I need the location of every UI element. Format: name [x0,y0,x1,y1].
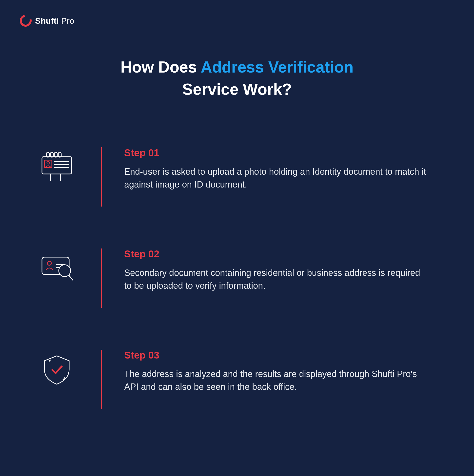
shield-check-icon [35,350,79,387]
steps-list: Step 01 End-user is asked to upload a ph… [20,147,454,409]
step-description: End-user is asked to upload a photo hold… [124,165,430,191]
page-title: How Does Address Verification Service Wo… [20,56,454,100]
step-item: Step 02 Secondary document containing re… [35,248,430,308]
step-divider [101,350,102,409]
svg-point-0 [20,15,32,27]
svg-line-18 [69,275,73,280]
id-held-icon [35,147,79,184]
brand-logo: Shufti Pro [20,15,454,27]
step-label: Step 01 [124,147,430,158]
id-search-icon [35,248,79,286]
brand-name: Shufti Pro [35,16,74,26]
step-label: Step 03 [124,350,430,361]
svg-point-7 [47,162,49,164]
step-item: Step 03 The address is analyzed and the … [35,350,430,409]
svg-rect-5 [42,157,72,174]
step-label: Step 02 [124,248,430,260]
step-divider [101,248,102,308]
step-description: Secondary document containing residentia… [124,267,430,292]
step-description: The address is analyzed and the results … [124,368,430,393]
svg-point-14 [47,261,51,265]
logo-mark-icon [20,15,32,27]
step-divider [101,147,102,207]
step-item: Step 01 End-user is asked to upload a ph… [35,147,430,207]
